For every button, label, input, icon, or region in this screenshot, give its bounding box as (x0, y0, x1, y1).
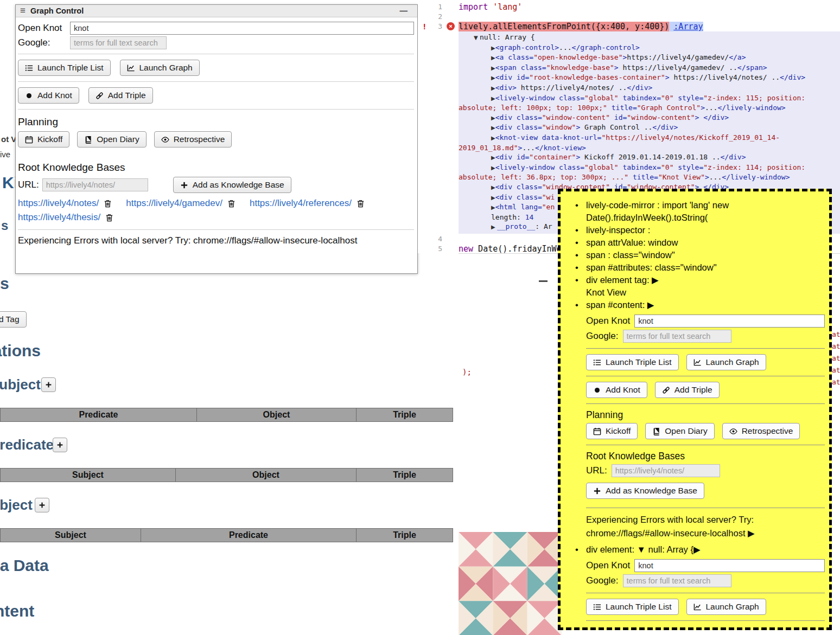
inspector-node[interactable]: 2019_01_18.md">...</knot-view> (459, 143, 840, 153)
inspector-node[interactable]: absolute; left: 100px; top: 100px;" titl… (459, 103, 840, 113)
inspector-entry[interactable]: lively-inspector : (568, 224, 825, 236)
open-diary-label: Open Diary (97, 134, 139, 144)
window-minimize-button[interactable] (539, 280, 548, 282)
overlay-google-search-input[interactable] (623, 574, 731, 587)
table-header-cell: Predicate (0, 408, 197, 422)
launch-triple-list-button[interactable]: Launch Triple List (586, 354, 679, 370)
annotations-heading: Annotations (0, 342, 41, 360)
inspector-entry[interactable]: div element tag: ▶ (568, 274, 825, 286)
graph-control-window: ≡ Graph Control — Open Knot Google: Laun… (15, 4, 418, 274)
eye-icon (161, 136, 169, 144)
inspector-node[interactable]: ▶<span class="knowledge-base"> https://l… (459, 63, 840, 73)
divider (18, 81, 414, 82)
list-icon (25, 64, 33, 72)
inspector-node[interactable]: ▶<div id="container"> Kickoff 2019.01.14… (459, 152, 840, 163)
overlay-google-search-input[interactable] (623, 330, 731, 343)
meta-data-heading: Meta Data (0, 556, 49, 575)
inspector-node[interactable]: ▶<div> https://lively4/notes/ ..</div> (459, 83, 840, 93)
inspector-entry[interactable]: div element: ▼ null: Array {▶ (568, 543, 825, 556)
launch-graph-button[interactable]: Launch Graph (686, 599, 766, 615)
inspector-node[interactable]: ▶<div class="window"> Graph Control ..</… (459, 123, 840, 133)
add-knot-button[interactable]: Add Knot (586, 382, 647, 398)
knowledge-base-link[interactable]: https://lively4/gamedev/ (126, 198, 222, 209)
inspector-node[interactable]: ▶<div class="window-content" id="window-… (459, 113, 840, 123)
open-knot-input[interactable] (70, 22, 414, 35)
code-line-5: new Date().fridayInWeek (459, 244, 571, 254)
open-diary-label: Open Diary (665, 426, 707, 436)
overlay-open-knot-input[interactable] (634, 315, 825, 328)
add-predicate-button[interactable] (53, 438, 67, 452)
chart-icon (693, 358, 702, 367)
add-tag-button[interactable]: Add Tag (0, 311, 27, 328)
inspector-node[interactable]: ▶<lively-window class="global" tabindex=… (459, 93, 840, 104)
add-object-button[interactable] (35, 498, 49, 512)
inspector-node[interactable]: ▶<a class="open-knowledge-base">https://… (459, 53, 840, 63)
inspector-entry[interactable]: span : class="window" (568, 249, 825, 261)
add-triple-button[interactable]: Add Triple (88, 87, 153, 104)
edge-text-fragment: at (832, 366, 840, 374)
open-diary-button[interactable]: Open Diary (77, 131, 146, 147)
overlay-knowledge-base-url-input[interactable] (612, 464, 720, 477)
launch-triple-list-label: Launch Triple List (37, 63, 104, 73)
launch-triple-list-button[interactable]: Launch Triple List (586, 599, 679, 615)
knowledge-base-link[interactable]: https://lively4/references/ (250, 198, 352, 209)
launch-graph-button[interactable]: Launch Graph (120, 60, 200, 76)
embedded-graph-control: Open Knot Google: Launch Triple List Lau… (586, 315, 825, 539)
delete-knowledge-base-button[interactable] (105, 214, 113, 222)
add-knot-label: Add Knot (606, 385, 640, 395)
knowledge-base-link[interactable]: https://lively4/notes/ (18, 198, 99, 209)
window-titlebar[interactable]: ≡ Graph Control — (16, 5, 417, 17)
knowledge-base-item: https://lively4/notes/ (18, 198, 112, 209)
link-icon (96, 92, 104, 100)
window-menu-icon[interactable]: ≡ (20, 5, 26, 16)
inspector-entry[interactable]: span #content: ▶ (568, 299, 825, 311)
divider (18, 109, 414, 110)
calendar-icon (25, 136, 33, 144)
google-search-input[interactable] (70, 36, 167, 49)
add-triple-button[interactable]: Add Triple (655, 382, 720, 398)
delete-knowledge-base-button[interactable] (227, 200, 236, 208)
inspector-node[interactable]: absolute; left: 36.8px; top: 300px; ..."… (459, 172, 840, 182)
inspector-entry[interactable]: span #attributes: class="window" (568, 261, 825, 274)
overlay-open-knot-input[interactable] (634, 559, 825, 572)
inspector-entry[interactable]: lively-code-mirror : import 'lang' new (568, 199, 825, 211)
add-subject-button[interactable] (41, 377, 56, 392)
open-knot-label: Open Knot (586, 316, 630, 326)
embedded-graph-control: Open Knot Google: Launch Triple List Lau… (586, 559, 825, 621)
knowledge-base-item: https://lively4/gamedev/ (126, 198, 236, 209)
inspector-node[interactable]: ▶<lively-window class="global" tabindex=… (459, 163, 840, 173)
kickoff-button[interactable]: Kickoff (586, 423, 638, 439)
predicate-object-triple-table: Predicate Object Triple (0, 408, 453, 422)
inspector-entry[interactable]: span attrValue: window (568, 236, 825, 249)
inspector-node[interactable]: ▶<div id="root-knowledge-bases-container… (459, 73, 840, 83)
launch-graph-label: Launch Graph (706, 357, 759, 367)
heading-fragment: s (1, 218, 8, 233)
divider (586, 348, 825, 349)
launch-triple-list-button[interactable]: Launch Triple List (18, 60, 111, 76)
book-icon (652, 427, 660, 435)
inspector-node[interactable]: ▼ null: Array { (459, 33, 840, 43)
type-annotation-link[interactable]: :Array (673, 22, 703, 31)
inspector-node[interactable]: ▶<knot-view data-knot-url="https://livel… (459, 133, 840, 143)
retrospective-button[interactable]: Retrospective (154, 131, 232, 147)
launch-graph-button[interactable]: Launch Graph (686, 354, 766, 370)
delete-knowledge-base-button[interactable] (357, 200, 365, 208)
code-fragment: ); (462, 368, 472, 376)
add-knowledge-base-button[interactable]: Add as Knowledge Base (586, 483, 704, 499)
kickoff-button[interactable]: Kickoff (18, 131, 69, 147)
add-knot-button[interactable]: Add Knot (18, 87, 79, 104)
inspector-node[interactable]: ▶<graph-control>...</graph-control> (459, 43, 840, 53)
delete-knowledge-base-button[interactable] (104, 200, 112, 208)
retrospective-label: Retrospective (174, 134, 225, 144)
knowledge-base-link[interactable]: https://lively4/thesis/ (18, 212, 100, 223)
error-badge[interactable] (447, 22, 455, 30)
url-label: URL: (18, 179, 39, 190)
retrospective-button[interactable]: Retrospective (722, 423, 800, 439)
open-diary-button[interactable]: Open Diary (645, 423, 714, 439)
knowledge-base-url-input[interactable] (42, 178, 148, 191)
window-minimize-button[interactable]: — (400, 7, 408, 15)
line-number: 1 (418, 2, 442, 12)
add-knowledge-base-button[interactable]: Add as Knowledge Base (173, 177, 291, 193)
error-marker: ! (422, 22, 427, 31)
knowledge-base-item: https://lively4/thesis/ (18, 212, 113, 223)
